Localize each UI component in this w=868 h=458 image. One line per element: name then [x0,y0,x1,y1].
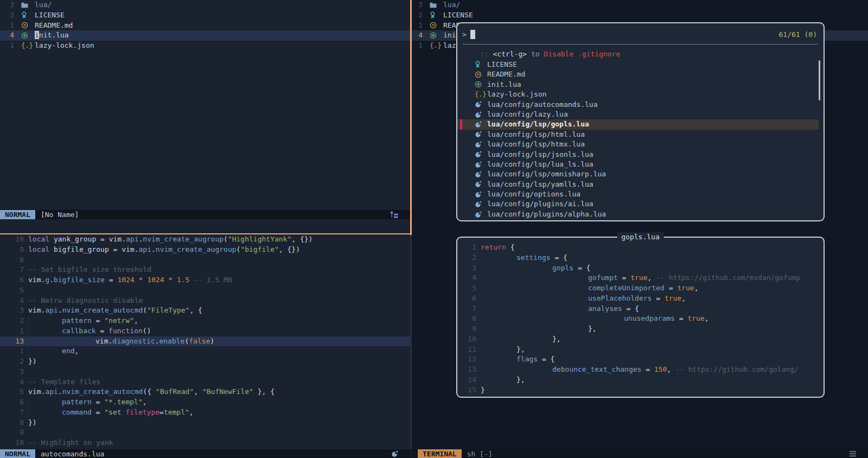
picker-item[interactable]: {.}lazy-lock.json [457,90,819,99]
statusline-filename: [No Name] [41,211,79,219]
luafile-icon [475,161,483,168]
code-line: 3 [0,367,410,377]
code-line: 11}, [457,345,822,355]
tree-row[interactable]: 2LICENSE [412,10,868,21]
picker-item[interactable]: LICENSE [457,60,819,69]
file-explorer-window[interactable]: 3lua/2LICENSE1MREADME.md4init.lua1{.}laz… [0,0,410,209]
luafile-icon [475,171,483,178]
statusline-shell: sh [-] [467,450,493,458]
code-line: 10-- Highlight on yank [0,438,410,448]
picker-item[interactable]: lua/config/autocomands.lua [457,100,819,110]
picker-item[interactable]: lua/config/lazy.lua [457,110,819,119]
lua-filetype-icon [391,450,398,457]
code-line: 9}, [457,324,822,334]
picker-item[interactable]: init.lua [457,80,819,90]
selection-marker [460,69,462,79]
luafile-icon [475,151,483,158]
svg-text:M: M [23,24,25,28]
tree-row[interactable]: 3lua/ [412,0,868,10]
nvim-screen: 3lua/2LICENSE1MREADME.md4init.lua1{.}laz… [0,0,868,458]
picker-item[interactable]: lua/config/lsp/htmx.lua [457,139,819,149]
luafile-icon [475,111,483,118]
text-cursor [470,30,475,39]
tree-row[interactable]: 3lua/ [0,0,410,10]
tree-row[interactable]: 2LICENSE [0,10,410,21]
code-line: 4-- Netrw diagnostic disable [0,296,410,306]
picker-item[interactable]: lua/config/plugins/ai.lua [457,199,819,209]
json-icon: {.} [475,90,483,99]
code-line: 13vim.diagnostic.enable(false) [0,336,410,347]
luafile-icon [475,141,483,148]
window-separator-vertical-bottom [410,235,412,449]
code-line: 6vim.g.bigfile_size = 1024 * 1024 * 1.5 … [0,275,410,285]
tree-row[interactable]: 1{.}lazy-lock.json [0,41,410,51]
fzf-scrollbar[interactable] [819,60,820,100]
selection-marker [460,60,462,69]
code-line: 1return { [457,243,822,253]
code-line: 8 [0,255,410,265]
file-tree-icon [391,212,398,218]
picker-item[interactable]: lua/config/lsp/yamlls.lua [457,180,819,189]
picker-item[interactable]: lua/config/lsp/gopls.lua [457,119,819,129]
mode-badge-normal: NORMAL [0,210,35,219]
json-icon: {.} [21,41,30,51]
fzf-popup: > 61/61 (0) :: <ctrl-g> to Disable .giti… [456,22,825,221]
preview-code: 1return {2settings = {3gopls = {4gofumpt… [457,243,822,395]
selection-marker [460,199,462,209]
luafile-icon [475,201,483,208]
picker-item[interactable]: lua/config/lsp/omnisharp.lua [457,169,819,179]
selection-marker [460,119,462,129]
prompt-separator [463,44,818,44]
window-gap [0,219,410,233]
code-line: 12flags = { [457,354,822,365]
fzf-file-list: LICENSEMREADME.mdinit.lua{.}lazy-lock.js… [457,60,824,219]
tree-row[interactable]: 4init.lua [0,30,410,41]
license-icon [430,11,438,19]
luafile-icon [475,131,483,138]
fzf-prompt-row[interactable]: > 61/61 (0) [462,28,817,40]
code-line: 13debounce_text_changes = 150, -- https:… [457,365,822,375]
selection-marker [460,90,462,99]
luainit-icon [430,32,438,39]
tree-row[interactable]: 1MREADME.md [0,21,410,31]
picker-item[interactable]: MREADME.md [457,69,819,79]
luafile-icon [475,191,483,198]
code-line: 4gofumpt = true, -- https://github.com/m… [457,273,822,283]
code-line: 10}, [457,334,822,345]
selection-marker [460,80,462,90]
picker-item[interactable]: lua/config/options.lua [457,189,819,199]
code-line: 3gopls = { [457,263,822,273]
picker-item[interactable]: lua/config/lsp/lua_ls.lua [457,160,819,169]
mode-badge-normal: NORMAL [0,449,35,458]
license-icon [475,61,483,68]
code-line: 1callback = function() [0,326,410,336]
selection-marker [460,139,462,149]
luafile-icon [475,181,483,188]
picker-item[interactable]: lua/config/plugins/alpha.lua [457,209,819,219]
code-window[interactable]: 10local yank_group = vim.api.nvim_create… [0,234,410,449]
picker-item[interactable]: lua/config/lsp/jsonls.lua [457,150,819,160]
svg-text:M: M [477,73,479,77]
prompt-icon: > [462,30,467,39]
picker-item[interactable]: lua/config/lsp/html.lua [457,130,819,139]
selection-marker [460,130,462,139]
selection-marker [460,180,462,189]
code-line: 9 [0,428,410,438]
code-line: 15} [457,385,822,396]
folder-icon [21,2,30,8]
fzf-match-counter: 61/61 (0) [779,30,817,39]
readme-icon: M [21,22,30,29]
code-line: 2}) [0,357,410,367]
code-line: 5 [0,285,410,296]
selection-marker [460,169,462,179]
code-line: 8unusedparams = true, [457,314,822,324]
code-line: 7command = "set filetype=templ", [0,408,410,418]
selection-marker [460,100,462,110]
code-line: 14}, [457,375,822,385]
readme-icon: M [475,71,483,78]
code-line: 4-- Template files [0,377,410,387]
code-line: 5completeUnimported = true, [457,283,822,294]
readme-icon: M [430,22,438,29]
code-line: 9local bigfile_group = vim.api.nvim_crea… [0,245,410,255]
selection-marker [460,110,462,119]
